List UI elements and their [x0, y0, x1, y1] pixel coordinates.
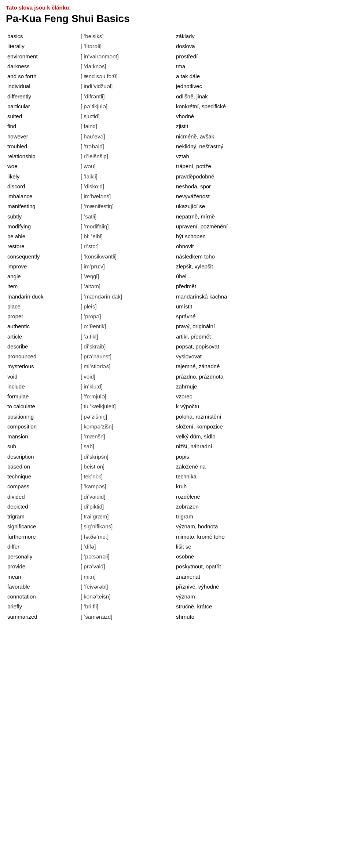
word-cell: mandarin duck — [6, 292, 79, 301]
phonetic-cell: [ ˈlitərəli] — [79, 41, 175, 51]
table-row: furthermore[ fə:ðəˈmo:]mimoto, kromě toh… — [6, 532, 346, 542]
translation-cell: trápení, potíže — [175, 161, 346, 171]
word-cell: woe — [6, 161, 79, 171]
word-cell: article — [6, 332, 79, 341]
translation-cell: neklidný, nešťastný — [175, 141, 346, 151]
table-row: pronounced[ prəˈnaunst]vyslovovat — [6, 351, 346, 361]
translation-cell: vhodné — [175, 111, 346, 121]
phonetic-cell: [ sju:tid] — [79, 111, 175, 121]
word-cell: discord — [6, 181, 79, 191]
phonetic-cell: [ ˈdifrəntli] — [79, 91, 175, 101]
table-row: improve[ imˈpru:v]zlepšit, vylepšit — [6, 261, 346, 271]
phonetic-cell: [ wəu] — [79, 161, 175, 171]
translation-cell: poloha, rozmístění — [175, 412, 346, 422]
phonetic-cell: [ diˈpiktid] — [79, 502, 175, 511]
table-row: find[ faind]zjistit — [6, 121, 346, 131]
word-cell: however — [6, 131, 79, 141]
translation-cell: nicméně, avšak — [175, 131, 346, 141]
phonetic-cell: [ imˈpru:v] — [79, 261, 175, 271]
table-row: be able[ bi: ˈeibl]být schopen — [6, 231, 346, 241]
translation-cell: ukazující se — [175, 201, 346, 211]
phonetic-cell: [ sab] — [79, 441, 175, 451]
phonetic-cell: [ ˈbri:fli] — [79, 601, 175, 611]
word-cell: technique — [6, 471, 79, 481]
phonetic-cell: [ diˈvaidid] — [79, 492, 175, 502]
table-row: consequently[ ˈkonsikwəntli]následkem to… — [6, 252, 346, 261]
word-cell: differ — [6, 542, 79, 551]
phonetic-cell: [ faind] — [79, 121, 175, 131]
table-row: to calculate[ tu ˈkælkjuleit]k výpočtu — [6, 401, 346, 411]
phonetic-cell: [ miˈstiəriəs] — [79, 361, 175, 371]
translation-cell: zahrnuje — [175, 381, 346, 391]
word-cell: furthermore — [6, 532, 79, 542]
phonetic-cell: [ ˈfeivərəbl] — [79, 582, 175, 592]
phonetic-cell: [ beist on] — [79, 462, 175, 471]
table-row: include[ inˈklu:d]zahrnuje — [6, 381, 346, 391]
translation-cell: základy — [175, 31, 346, 41]
word-cell: subtly — [6, 211, 79, 221]
phonetic-cell: [ kompəˈzišn] — [79, 422, 175, 431]
table-row: item[ ˈaitəm]předmět — [6, 281, 346, 291]
table-row: proper[ ˈpropə]správné — [6, 311, 346, 321]
word-cell: trigram — [6, 511, 79, 521]
word-cell: angle — [6, 271, 79, 281]
table-row: composition[ kompəˈzišn]složení, kompozi… — [6, 422, 346, 431]
phonetic-cell: [ ˈæŋgl] — [79, 271, 175, 281]
word-cell: mysterious — [6, 361, 79, 371]
word-cell: be able — [6, 231, 79, 241]
table-row: angle[ ˈæŋgl]úhel — [6, 271, 346, 281]
table-row: depicted[ diˈpiktid]zobrazen — [6, 502, 346, 511]
table-row: modifying[ ˈmodifaiiŋ]upravení, pozměněn… — [6, 221, 346, 231]
table-row: likely[ ˈlaikli]pravděpodobné — [6, 171, 346, 181]
word-cell: particular — [6, 101, 79, 111]
translation-cell: artikl, předmět — [175, 332, 346, 341]
translation-cell: vzorec — [175, 391, 346, 401]
table-row: sub[ sab]nižší, náhradní — [6, 441, 346, 451]
word-cell: manifesting — [6, 201, 79, 211]
translation-cell: obnovit — [175, 241, 346, 251]
phonetic-cell: [ diˈskraib] — [79, 341, 175, 351]
phonetic-cell: [ ˈlaikli] — [79, 171, 175, 181]
word-cell: summarized — [6, 612, 79, 622]
word-cell: darkness — [6, 61, 79, 71]
table-row: technique[ tekˈni:k]technika — [6, 471, 346, 481]
table-row: mysterious[ miˈstiəriəs]tajemné, záhadné — [6, 361, 346, 371]
translation-cell: stručně, krátce — [175, 601, 346, 611]
translation-cell: poskytnout, opatřit — [175, 561, 346, 571]
translation-cell: zjistit — [175, 121, 346, 131]
word-cell: compass — [6, 481, 79, 491]
word-cell: find — [6, 121, 79, 131]
phonetic-cell: [ ˈmænifestiŋ] — [79, 201, 175, 211]
table-row: significance[ sigˈnifikəns]význam, hodno… — [6, 521, 346, 531]
word-cell: description — [6, 452, 79, 462]
word-cell: personally — [6, 551, 79, 561]
phonetic-cell: [ konəˈteišn] — [79, 592, 175, 601]
translation-cell: odlišně, jinak — [175, 91, 346, 101]
word-cell: formulae — [6, 391, 79, 401]
phonetic-cell: [ prəˈvaid] — [79, 561, 175, 571]
word-cell: divided — [6, 492, 79, 502]
phonetic-cell: [ tekˈni:k] — [79, 471, 175, 481]
word-cell: troubled — [6, 141, 79, 151]
word-cell: positioning — [6, 412, 79, 422]
table-row: particular[ pəˈtikjulə]konkrétní, specif… — [6, 101, 346, 111]
translation-cell: správné — [175, 311, 346, 321]
translation-cell: popsat, popisovat — [175, 341, 346, 351]
table-row: article[ ˈa:tikl]artikl, předmět — [6, 332, 346, 341]
translation-cell: doslova — [175, 41, 346, 51]
phonetic-cell: [ ˈmodifaiiŋ] — [79, 221, 175, 231]
table-row: describe[ diˈskraib]popsat, popisovat — [6, 341, 346, 351]
translation-cell: umístit — [175, 301, 346, 311]
word-cell: individual — [6, 81, 79, 91]
phonetic-cell: [ ˈsatli] — [79, 211, 175, 221]
translation-cell: úhel — [175, 271, 346, 281]
phonetic-cell: [ ˈkonsikwəntli] — [79, 252, 175, 261]
translation-cell: předmět — [175, 281, 346, 291]
page-title: Pa-Kua Feng Shui Basics — [6, 13, 346, 25]
table-row: description[ diˈskripšn]popis — [6, 452, 346, 462]
phonetic-cell: [ ˈfo:mjulə] — [79, 391, 175, 401]
phonetic-cell: [ ˈaitəm] — [79, 281, 175, 291]
word-cell: provide — [6, 561, 79, 571]
phonetic-cell: [ ˈtrəbəld] — [79, 141, 175, 151]
translation-cell: osobně — [175, 551, 346, 561]
